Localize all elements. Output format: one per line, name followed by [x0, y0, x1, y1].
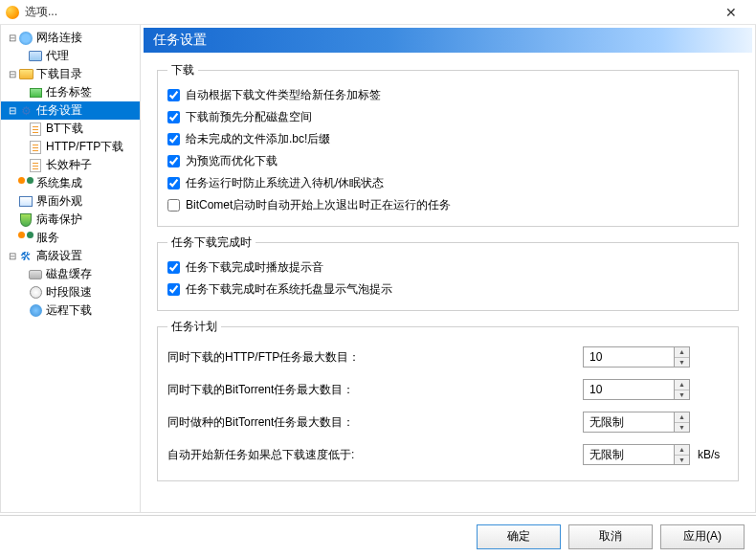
field-max-bt-label: 同时下载的BitTorrent任务最大数目：: [167, 382, 583, 398]
panel-title: 任务设置: [144, 28, 752, 53]
chk-resume-on-start[interactable]: [167, 199, 180, 212]
chk-preview-opt[interactable]: [167, 155, 180, 167]
group-schedule: 任务计划 同时下载的HTTP/FTP任务最大数目： ▲▼ 同时下载的BitTor…: [157, 319, 739, 481]
ok-button[interactable]: 确定: [477, 524, 561, 549]
sidebar-item-network[interactable]: ⊟网络连接: [1, 29, 140, 47]
chk-auto-tag-label: 自动根据下载文件类型给新任务加标签: [186, 87, 381, 103]
sidebar-item-schedule-limit[interactable]: 时段限速: [1, 283, 140, 301]
sidebar-item-remote-download[interactable]: 远程下载: [1, 301, 140, 320]
chk-resume-on-start-label: BitComet启动时自动开始上次退出时正在运行的任务: [186, 197, 451, 213]
gear-icon: ⚙: [18, 103, 33, 119]
sidebar-item-disk-cache[interactable]: 磁盘缓存: [1, 265, 140, 283]
chk-bc-suffix-label: 给未完成的文件添加.bc!后缀: [186, 131, 330, 147]
sidebar-item-advanced[interactable]: ⊟🛠高级设置: [1, 247, 140, 265]
sidebar-item-task-tag[interactable]: 任务标签: [1, 83, 140, 101]
spinner-arrows-icon[interactable]: ▲▼: [675, 412, 690, 433]
disk-icon: [29, 270, 42, 279]
spinner-arrows-icon[interactable]: ▲▼: [675, 444, 690, 465]
spinner-arrows-icon[interactable]: ▲▼: [675, 346, 690, 368]
globe-icon: [30, 304, 42, 317]
sidebar-item-virus[interactable]: 病毒保护: [1, 211, 140, 229]
sidebar-item-long-seed[interactable]: 长效种子: [1, 156, 140, 174]
chk-play-sound[interactable]: [167, 261, 180, 274]
chk-tray-balloon-label: 任务下载完成时在系统托盘显示气泡提示: [186, 281, 392, 298]
chk-prevent-sleep[interactable]: [167, 177, 180, 189]
field-auto-start-input[interactable]: [583, 444, 675, 465]
chk-preview-opt-label: 为预览而优化下载: [186, 153, 278, 169]
cancel-button[interactable]: 取消: [568, 524, 653, 549]
sidebar-item-bt-download[interactable]: BT下载: [1, 120, 140, 138]
group-schedule-legend: 任务计划: [167, 319, 221, 335]
close-icon[interactable]: ✕: [712, 5, 750, 20]
spinner-arrows-icon[interactable]: ▲▼: [675, 379, 690, 400]
field-max-http-input[interactable]: [583, 346, 675, 368]
field-max-bt-input[interactable]: [583, 379, 675, 400]
doc-icon: [30, 141, 41, 154]
chk-tray-balloon[interactable]: [167, 283, 180, 296]
chk-prevent-sleep-label: 任务运行时防止系统进入待机/休眠状态: [186, 175, 384, 191]
people-icon: [18, 232, 33, 245]
shield-icon: [20, 213, 32, 227]
window-title: 选项...: [25, 4, 712, 20]
group-complete-legend: 任务下载完成时: [167, 234, 256, 251]
sidebar-item-ui-appearance[interactable]: 界面外观: [1, 192, 140, 211]
monitor-icon: [29, 51, 42, 61]
people-icon: [18, 177, 33, 190]
chk-prealloc-label: 下载前预先分配磁盘空间: [186, 109, 312, 125]
clock-icon: [30, 286, 42, 299]
group-download-legend: 下载: [167, 62, 198, 78]
window-icon: [19, 196, 33, 207]
apply-button[interactable]: 应用(A): [660, 524, 745, 549]
chk-play-sound-label: 任务下载完成时播放提示音: [186, 259, 323, 276]
field-max-seed-input[interactable]: [583, 412, 675, 433]
sidebar-item-services[interactable]: 服务: [1, 229, 140, 247]
sliders-icon: 🛠: [18, 249, 33, 264]
sidebar-item-task-settings[interactable]: ⊟⚙任务设置: [1, 101, 140, 120]
dialog-footer: 确定 取消 应用(A): [0, 515, 756, 557]
tag-icon: [30, 88, 42, 98]
content-panel: 任务设置 下载 自动根据下载文件类型给新任务加标签 下载前预先分配磁盘空间 给未…: [141, 25, 755, 512]
sidebar-item-download-dir[interactable]: ⊟下载目录: [1, 65, 140, 83]
chk-auto-tag[interactable]: [167, 89, 180, 101]
chk-bc-suffix[interactable]: [167, 133, 180, 145]
doc-icon: [30, 159, 41, 172]
group-download: 下载 自动根据下载文件类型给新任务加标签 下载前预先分配磁盘空间 给未完成的文件…: [157, 62, 739, 227]
app-icon: [6, 6, 19, 19]
title-bar: 选项... ✕: [0, 0, 756, 25]
folder-icon: [19, 69, 33, 79]
globe-icon: [19, 32, 33, 45]
chk-prealloc[interactable]: [167, 111, 180, 123]
sidebar: ⊟网络连接 代理 ⊟下载目录 任务标签 ⊟⚙任务设置 BT下载 HTTP/FTP…: [1, 25, 141, 512]
sidebar-item-system-integration[interactable]: 系统集成: [1, 174, 140, 192]
field-auto-start-label: 自动开始新任务如果总下载速度低于:: [167, 447, 583, 463]
sidebar-item-http-ftp[interactable]: HTTP/FTP下载: [1, 138, 140, 156]
doc-icon: [30, 123, 41, 136]
field-max-seed-label: 同时做种的BitTorrent任务最大数目：: [167, 414, 583, 431]
sidebar-item-proxy[interactable]: 代理: [1, 47, 140, 65]
group-complete: 任务下载完成时 任务下载完成时播放提示音 任务下载完成时在系统托盘显示气泡提示: [157, 234, 739, 311]
field-max-http-label: 同时下载的HTTP/FTP任务最大数目：: [167, 349, 583, 366]
field-auto-start-unit: kB/s: [698, 448, 728, 461]
